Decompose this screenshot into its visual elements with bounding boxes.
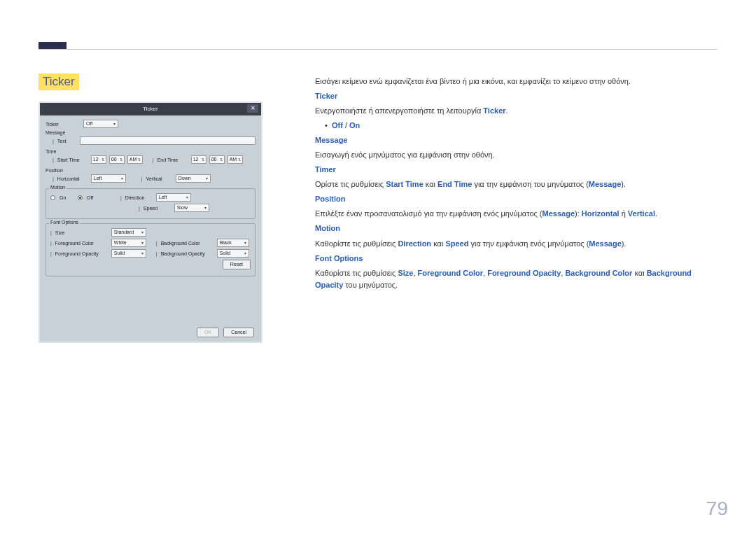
header-accent xyxy=(38,42,66,49)
position-label: Position xyxy=(46,168,255,173)
bg-opacity-label: Background Opacity xyxy=(161,251,214,256)
dialog-titlebar: Ticker ✕ xyxy=(40,103,261,115)
motion-on-radio[interactable] xyxy=(50,195,55,200)
bg-color-label: Background Color xyxy=(161,241,214,246)
end-hour[interactable]: 12 xyxy=(191,155,206,164)
font-options-title: Font Options xyxy=(49,220,80,225)
end-ampm[interactable]: AM xyxy=(227,155,243,164)
start-min[interactable]: 00 xyxy=(109,155,125,164)
dialog-body: Ticker Off Message |Text Time |Start Tim… xyxy=(40,115,261,342)
ticker-label: Ticker xyxy=(46,122,80,127)
ok-button[interactable]: OK xyxy=(197,328,219,337)
ticker-select[interactable]: Off xyxy=(83,120,118,128)
direction-select[interactable]: Left xyxy=(156,193,191,202)
ticker-options: • Off / On xyxy=(325,120,714,132)
bg-color-select[interactable]: Black xyxy=(217,239,249,247)
vertical-label: Vertical xyxy=(146,176,173,181)
speed-label: Speed xyxy=(144,206,172,211)
speed-select[interactable]: Slow xyxy=(174,204,209,212)
intro-text: Εισάγει κείμενο ενώ εμφανίζεται ένα βίντ… xyxy=(315,76,714,87)
start-ampm[interactable]: AM xyxy=(127,155,143,164)
page-number: 79 xyxy=(706,498,728,520)
header-rule xyxy=(38,49,718,50)
cancel-button[interactable]: Cancel xyxy=(223,328,254,337)
direction-label: Direction xyxy=(125,195,153,200)
ticker-dialog: Ticker ✕ Ticker Off Message |Text Time |… xyxy=(38,101,262,343)
font-desc: Καθορίστε τις ρυθμίσεις Size, Foreground… xyxy=(315,267,714,291)
ticker-heading: Ticker xyxy=(315,90,714,102)
horizontal-select[interactable]: Left xyxy=(91,174,126,183)
size-select[interactable]: Standard xyxy=(111,228,146,237)
section-title: Ticker xyxy=(38,73,79,90)
dialog-title: Ticker xyxy=(143,106,158,112)
ticker-desc: Ενεργοποιήστε ή απενεργοποιήστε τη λειτο… xyxy=(315,105,714,117)
time-label: Time xyxy=(46,149,255,154)
message-heading: Message xyxy=(315,134,714,146)
motion-heading: Motion xyxy=(315,223,714,234)
fg-opacity-select[interactable]: Solid xyxy=(111,249,146,258)
horizontal-label: Horizontal xyxy=(57,176,88,181)
message-desc: Εισαγωγή ενός μηνύματος για εμφάνιση στη… xyxy=(315,149,714,161)
message-label: Message xyxy=(46,130,255,135)
description-column: Εισάγει κείμενο ενώ εμφανίζεται ένα βίντ… xyxy=(315,76,714,294)
font-heading: Font Options xyxy=(315,253,714,265)
fg-opacity-label: Foreground Opacity xyxy=(55,251,108,256)
fg-color-label: Foreground Color xyxy=(55,241,108,246)
font-options-group: Font Options |Size Standard |Foreground … xyxy=(46,223,255,276)
position-desc: Επιλέξτε έναν προσανατολισμό για την εμφ… xyxy=(315,208,714,220)
motion-desc: Καθορίστε τις ρυθμίσεις Direction και Sp… xyxy=(315,238,714,250)
end-min[interactable]: 00 xyxy=(209,155,225,164)
on-label: On xyxy=(59,195,75,200)
end-time-label: End Time xyxy=(158,157,188,162)
size-label: Size xyxy=(55,230,108,235)
message-input[interactable] xyxy=(80,136,255,145)
motion-group-title: Motion xyxy=(49,185,66,190)
vertical-select[interactable]: Down xyxy=(176,174,211,183)
text-label: Text xyxy=(57,139,77,143)
motion-group: Motion On Off |Direction Left |Speed Slo… xyxy=(46,188,255,219)
start-time-label: Start Time xyxy=(57,157,88,162)
timer-heading: Timer xyxy=(315,164,714,176)
motion-off-radio[interactable] xyxy=(78,195,83,200)
off-label: Off xyxy=(87,195,108,200)
timer-desc: Ορίστε τις ρυθμίσεις Start Time και End … xyxy=(315,178,714,190)
start-hour[interactable]: 12 xyxy=(91,155,106,164)
close-icon[interactable]: ✕ xyxy=(247,104,258,113)
fg-color-select[interactable]: White xyxy=(111,239,146,247)
position-heading: Position xyxy=(315,193,714,205)
reset-button[interactable]: Reset xyxy=(223,260,251,269)
bg-opacity-select[interactable]: Solid xyxy=(217,249,249,258)
